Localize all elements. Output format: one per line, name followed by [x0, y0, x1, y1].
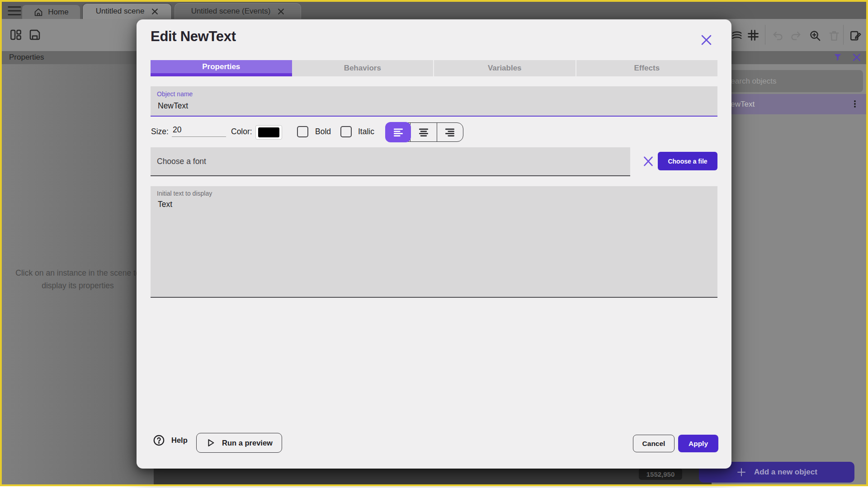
dialog-close-button[interactable] — [700, 34, 712, 46]
tab-properties[interactable]: Properties — [151, 60, 292, 76]
tab-effects[interactable]: Effects — [576, 60, 718, 76]
object-name-label: Object name — [157, 90, 193, 98]
help-button[interactable]: Help — [153, 434, 188, 446]
close-icon[interactable] — [151, 8, 158, 15]
properties-panel-title: Properties — [9, 53, 44, 62]
tab-untitled-scene-events[interactable]: Untitled scene (Events) — [175, 3, 301, 19]
color-picker-swatch[interactable] — [255, 125, 282, 140]
search-objects-field[interactable] — [718, 70, 863, 92]
layers-icon — [731, 29, 743, 42]
plus-icon — [736, 467, 747, 478]
close-icon — [852, 53, 861, 62]
save-icon — [28, 28, 42, 42]
panels-icon — [9, 28, 23, 42]
color-label: Color: — [231, 127, 252, 136]
edit-scene-icon — [849, 29, 862, 42]
align-right-icon — [444, 127, 456, 138]
zoom-button[interactable] — [809, 29, 822, 42]
align-left-icon — [392, 127, 404, 138]
top-tab-bar: Home Untitled scene Untitled scene (Even… — [2, 2, 866, 19]
empty-message-line1: Click on an instance in the scene to — [2, 267, 154, 279]
align-center-button[interactable] — [410, 123, 436, 141]
cancel-button[interactable]: Cancel — [633, 435, 675, 452]
tab-variables[interactable]: Variables — [433, 60, 576, 76]
cursor-coordinates-badge: 1552,950 — [639, 468, 682, 480]
save-button[interactable] — [28, 28, 42, 42]
object-list-item-newtext[interactable]: NewText — [712, 94, 866, 114]
choose-file-button[interactable]: Choose a file — [658, 152, 717, 170]
redo-icon — [789, 30, 802, 42]
play-icon — [206, 438, 216, 448]
main-menu-button[interactable] — [7, 6, 22, 16]
align-left-button[interactable] — [385, 122, 411, 142]
edit-object-dialog: Edit NewText Properties Behaviors Variab… — [137, 19, 731, 469]
align-right-button[interactable] — [437, 123, 463, 141]
apply-button[interactable]: Apply — [678, 435, 718, 452]
trash-icon — [828, 29, 840, 42]
initial-text-label: Initial text to display — [157, 190, 212, 197]
tab-scene-label: Untitled scene — [96, 7, 145, 16]
app-root: Home Untitled scene Untitled scene (Even… — [0, 0, 868, 488]
align-center-icon — [418, 127, 429, 138]
help-label: Help — [171, 436, 188, 445]
objects-panel: NewText — [712, 64, 866, 484]
initial-text-field[interactable]: Initial text to display Text — [151, 186, 717, 298]
size-label: Size: — [151, 127, 169, 136]
home-icon — [33, 7, 43, 17]
font-select-field[interactable]: Choose a font — [151, 147, 630, 176]
run-preview-button[interactable]: Run a preview — [196, 433, 282, 453]
properties-empty-message: Click on an instance in the scene to dis… — [2, 267, 154, 292]
bold-checkbox[interactable] — [297, 126, 308, 137]
toolbar-divider — [843, 25, 844, 45]
filter-objects-button[interactable] — [833, 52, 843, 62]
redo-button[interactable] — [789, 30, 802, 42]
undo-button[interactable] — [772, 30, 784, 42]
zoom-in-icon — [809, 29, 822, 42]
grid-button[interactable] — [747, 29, 760, 42]
run-preview-label: Run a preview — [222, 439, 273, 447]
help-icon — [153, 434, 165, 446]
close-icon[interactable] — [278, 8, 284, 15]
object-name-field[interactable]: Object name — [151, 86, 717, 117]
font-field-placeholder: Choose a font — [157, 157, 206, 166]
layers-button[interactable] — [731, 29, 743, 42]
clear-font-button[interactable] — [642, 155, 654, 167]
close-icon — [642, 155, 654, 167]
initial-text-input[interactable]: Text — [157, 199, 710, 293]
italic-checkbox[interactable] — [340, 126, 352, 137]
delete-button[interactable] — [828, 29, 840, 42]
toolbar-divider — [765, 25, 765, 45]
tab-behaviors[interactable]: Behaviors — [292, 60, 434, 76]
toggle-panels-button[interactable] — [9, 28, 23, 42]
empty-message-line2: display its properties — [2, 279, 154, 292]
close-icon — [700, 34, 712, 46]
add-new-object-label: Add a new object — [754, 468, 817, 477]
text-alignment-group — [386, 122, 463, 142]
object-name-input[interactable] — [157, 101, 430, 111]
grid-icon — [747, 29, 760, 42]
object-item-menu-button[interactable] — [851, 99, 859, 109]
tab-home-label: Home — [48, 8, 68, 17]
filter-icon — [833, 52, 843, 62]
color-swatch-value — [258, 127, 279, 137]
kebab-menu-icon — [851, 99, 859, 109]
undo-icon — [772, 30, 784, 42]
tab-home[interactable]: Home — [22, 5, 80, 19]
hamburger-icon — [7, 6, 22, 16]
dialog-tabs: Properties Behaviors Variables Effects — [151, 60, 717, 76]
size-input[interactable] — [172, 124, 226, 137]
bold-label: Bold — [315, 127, 331, 136]
dialog-title: Edit NewText — [151, 28, 236, 45]
edit-scene-properties-button[interactable] — [849, 29, 862, 42]
tab-events-label: Untitled scene (Events) — [191, 7, 271, 16]
search-objects-input[interactable] — [718, 70, 868, 92]
italic-label: Italic — [358, 127, 374, 136]
tab-untitled-scene[interactable]: Untitled scene — [82, 3, 172, 19]
properties-panel: Click on an instance in the scene to dis… — [2, 64, 154, 484]
close-objects-panel-button[interactable] — [852, 53, 861, 62]
